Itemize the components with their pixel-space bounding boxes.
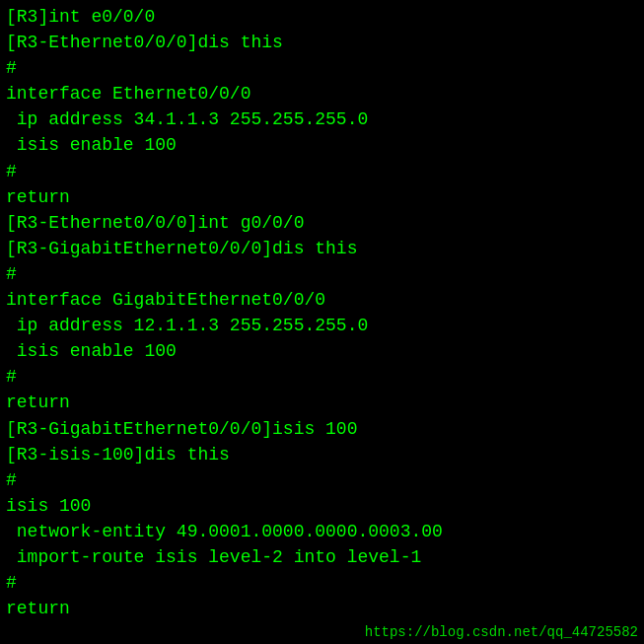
watermark: https://blog.csdn.net/qq_44725582 [365, 624, 638, 640]
terminal-output: [R3]int e0/0/0[R3-Ethernet0/0/0]dis this… [6, 4, 638, 621]
terminal-line: # [6, 570, 638, 596]
terminal-line: # [6, 364, 638, 390]
terminal-line: ip address 12.1.1.3 255.255.255.0 [6, 313, 638, 338]
terminal-line: [R3-GigabitEthernet0/0/0]dis this [6, 236, 638, 261]
terminal-line: # [6, 261, 638, 287]
terminal-line: [R3-Ethernet0/0/0]int g0/0/0 [6, 210, 638, 236]
terminal-line: # [6, 55, 638, 81]
terminal-line: return [6, 596, 638, 621]
terminal-line: ip address 34.1.1.3 255.255.255.0 [6, 107, 638, 132]
terminal-line: isis enable 100 [6, 338, 638, 364]
terminal-line: [R3]int e0/0/0 [6, 4, 638, 30]
terminal-line: [R3-Ethernet0/0/0]dis this [6, 30, 638, 55]
terminal-line: isis 100 [6, 493, 638, 519]
terminal-line: return [6, 184, 638, 210]
terminal-line: # [6, 467, 638, 493]
terminal-line: interface Ethernet0/0/0 [6, 81, 638, 107]
terminal-line: return [6, 390, 638, 415]
terminal-line: network-entity 49.0001.0000.0000.0003.00 [6, 519, 638, 544]
terminal-window: [R3]int e0/0/0[R3-Ethernet0/0/0]dis this… [0, 0, 644, 644]
terminal-line: # [6, 159, 638, 184]
terminal-line: import-route isis level-2 into level-1 [6, 544, 638, 570]
terminal-line: [R3-isis-100]dis this [6, 442, 638, 467]
terminal-line: interface GigabitEthernet0/0/0 [6, 287, 638, 313]
terminal-line: [R3-GigabitEthernet0/0/0]isis 100 [6, 416, 638, 442]
terminal-line: isis enable 100 [6, 132, 638, 158]
